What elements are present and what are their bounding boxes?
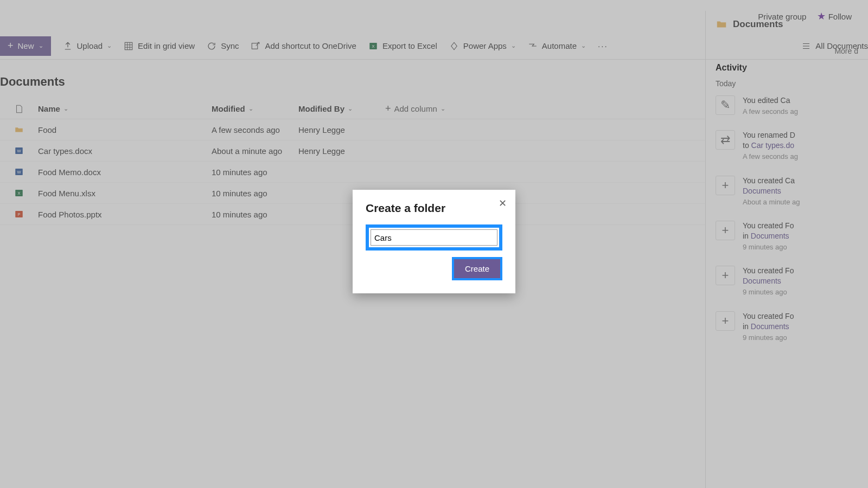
create-folder-dialog: Create a folder ✕ Create <box>353 190 515 293</box>
modal-overlay: Create a folder ✕ Create <box>0 0 868 488</box>
dialog-title: Create a folder <box>366 202 502 215</box>
create-button[interactable]: Create <box>454 259 500 278</box>
close-icon[interactable]: ✕ <box>499 197 507 209</box>
folder-name-input[interactable] <box>371 229 497 246</box>
